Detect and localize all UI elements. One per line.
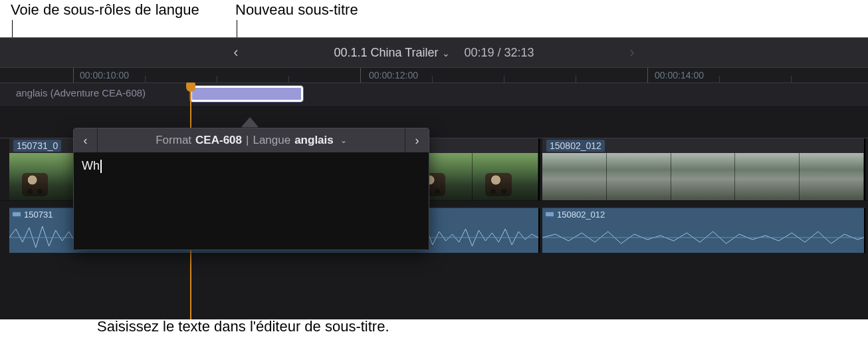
video-clip[interactable]: 150731_0 xyxy=(9,138,76,200)
timecode-display: 00:19 / 32:13 xyxy=(465,46,534,60)
caption-text-content: Wh xyxy=(82,159,100,172)
next-caption-button[interactable]: › xyxy=(405,128,429,152)
audio-clip[interactable]: 150802_012 xyxy=(542,208,865,253)
ruler-tick-label: 00:00:10:00 xyxy=(80,70,129,81)
format-value: CEA-608 xyxy=(195,134,242,147)
svg-rect-2 xyxy=(13,216,21,218)
callout-new-caption: Nouveau sous-titre xyxy=(235,1,358,19)
caption-lane-label: anglais (Adventure CEA-608) xyxy=(16,87,146,98)
callout-editor-hint: Saisissez le texte dans l'éditeur de sou… xyxy=(97,318,389,335)
popover-tail xyxy=(242,118,258,128)
clip-title: 150802_012 xyxy=(546,140,605,152)
svg-rect-1 xyxy=(13,211,21,212)
svg-rect-4 xyxy=(546,211,554,212)
clip-title: 150731_0 xyxy=(13,140,61,152)
ruler-tick-label: 00:00:14:00 xyxy=(655,70,704,81)
caption-editor-popover: ‹ Format CEA-608 | Langue anglais ⌄ › Wh xyxy=(73,128,429,250)
audio-clip-title: 150731 xyxy=(24,210,53,220)
format-label: Format xyxy=(156,134,191,147)
caption-clip[interactable] xyxy=(190,86,303,102)
video-clip[interactable]: 150802_012 xyxy=(542,138,865,200)
waveform xyxy=(542,222,864,253)
separator: | xyxy=(246,134,249,147)
text-caret xyxy=(100,160,102,173)
chevron-down-icon: ⌄ xyxy=(340,136,347,145)
audio-clip-title: 150802_012 xyxy=(557,210,605,220)
svg-rect-5 xyxy=(546,216,554,218)
project-name[interactable]: 00.1.1 China Trailer ⌄ xyxy=(334,46,449,60)
audio-filmstrip-icon xyxy=(545,210,554,219)
audio-filmstrip-icon xyxy=(12,210,21,219)
caption-text-editor[interactable]: Wh xyxy=(74,152,429,250)
history-back-button[interactable]: ‹ xyxy=(226,44,246,61)
language-value: anglais xyxy=(294,134,334,147)
chevron-down-icon: ⌄ xyxy=(442,48,450,59)
caption-subrole-lane[interactable]: anglais (Adventure CEA-608) xyxy=(0,83,868,107)
time-ruler[interactable]: 00:00:10:00 00:00:12:00 00:00:14:00 xyxy=(0,67,868,83)
history-forward-button[interactable]: › xyxy=(622,44,642,61)
prev-caption-button[interactable]: ‹ xyxy=(74,128,98,152)
ruler-tick-label: 00:00:12:00 xyxy=(369,70,418,81)
language-label: Langue xyxy=(253,134,290,147)
project-name-text: 00.1.1 China Trailer xyxy=(334,46,438,59)
callout-lane-label: Voie de sous-rôles de langue xyxy=(11,1,199,19)
caption-format-language-selector[interactable]: Format CEA-608 | Langue anglais ⌄ xyxy=(98,128,405,152)
timeline-toolbar: ‹ 00.1.1 China Trailer ⌄ 00:19 / 32:13 › xyxy=(0,38,868,67)
